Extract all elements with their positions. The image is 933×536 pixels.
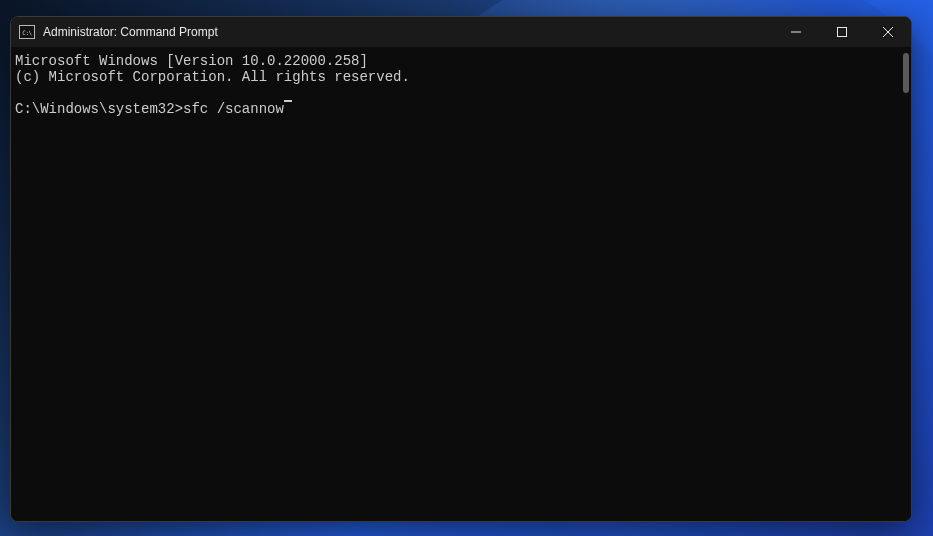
blank-line <box>15 85 907 101</box>
text-cursor <box>284 100 292 102</box>
typed-command: sfc /scannow <box>183 101 284 117</box>
close-button[interactable] <box>865 17 911 47</box>
cmd-icon: C:\ <box>19 25 35 39</box>
command-prompt-window: C:\ Administrator: Command Prompt Micros… <box>10 16 912 522</box>
window-controls <box>773 17 911 47</box>
banner-line: Microsoft Windows [Version 10.0.22000.25… <box>15 53 907 69</box>
maximize-button[interactable] <box>819 17 865 47</box>
window-title: Administrator: Command Prompt <box>43 25 773 39</box>
prompt-path: C:\Windows\system32> <box>15 101 183 117</box>
maximize-icon <box>837 27 847 37</box>
title-bar[interactable]: C:\ Administrator: Command Prompt <box>11 17 911 47</box>
close-icon <box>883 27 893 37</box>
svg-rect-1 <box>838 28 847 37</box>
terminal-body[interactable]: Microsoft Windows [Version 10.0.22000.25… <box>11 47 911 521</box>
copyright-line: (c) Microsoft Corporation. All rights re… <box>15 69 907 85</box>
prompt-line: C:\Windows\system32>sfc /scannow <box>15 101 907 117</box>
minimize-button[interactable] <box>773 17 819 47</box>
scrollbar-thumb[interactable] <box>903 53 909 93</box>
minimize-icon <box>791 27 801 37</box>
